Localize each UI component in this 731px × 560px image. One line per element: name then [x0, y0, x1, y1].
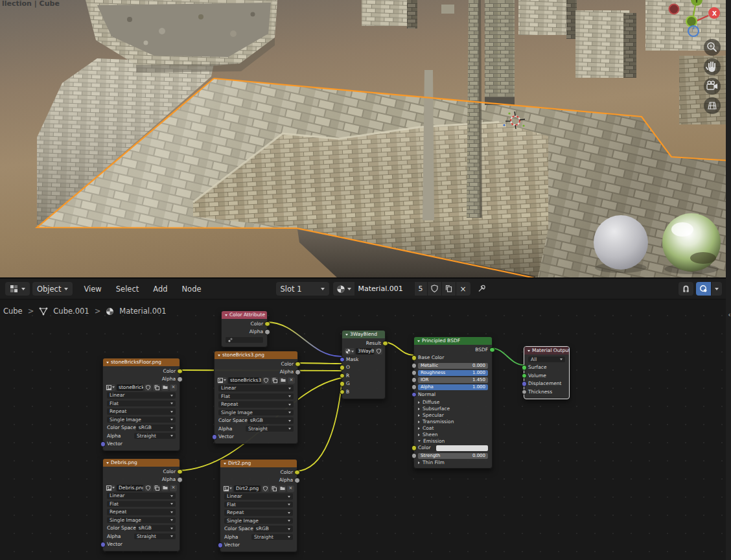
- pan-hand-icon[interactable]: [704, 58, 721, 75]
- colorspace-dropdown[interactable]: sRGB: [253, 526, 293, 532]
- menu-select[interactable]: Select: [109, 285, 146, 294]
- node-image-texture-debris[interactable]: Debris.png Color Alpha Debris.png × Line…: [102, 458, 180, 552]
- shader-type-dropdown[interactable]: Object: [32, 282, 73, 296]
- socket-vector-in[interactable]: [212, 434, 218, 440]
- projection-dropdown[interactable]: Flat: [218, 393, 294, 400]
- menu-node[interactable]: Node: [175, 285, 209, 294]
- ior-slider[interactable]: IOR1.450: [418, 377, 488, 383]
- socket-alpha-out[interactable]: [177, 377, 183, 382]
- socket-emission-strength-in[interactable]: [412, 453, 417, 459]
- socket-alpha-out[interactable]: [295, 369, 301, 375]
- slot-dropdown[interactable]: Slot 1: [276, 282, 329, 296]
- socket-displacement-in[interactable]: [522, 381, 528, 387]
- projection-dropdown[interactable]: Flat: [107, 501, 176, 508]
- socket-alpha-out[interactable]: [294, 478, 300, 484]
- extension-dropdown[interactable]: Repeat: [107, 408, 176, 415]
- panel-diffuse[interactable]: Diffuse: [414, 399, 492, 406]
- socket-color-out[interactable]: [177, 368, 183, 374]
- menu-add[interactable]: Add: [146, 285, 174, 294]
- node-group-icon[interactable]: [345, 348, 354, 355]
- orthographic-grid-icon[interactable]: [704, 97, 721, 114]
- viewport-3d[interactable]: Y X: [0, 0, 731, 279]
- socket-bsdf-out[interactable]: [489, 347, 495, 353]
- source-dropdown[interactable]: Single Image: [107, 517, 176, 524]
- socket-o-in[interactable]: [340, 365, 345, 371]
- unlink-material-button[interactable]: ×: [456, 282, 470, 296]
- socket-vector-in[interactable]: [218, 542, 224, 548]
- snap-toggle-button[interactable]: [679, 282, 693, 296]
- alpha-mode-dropdown[interactable]: Straight: [134, 533, 176, 540]
- node-image-texture-dirt[interactable]: Dirt2.png Color Alpha Dirt2.png × Linear…: [220, 459, 297, 552]
- image-name-field[interactable]: Dirt2.png: [234, 485, 261, 492]
- node-image-texture-bricks[interactable]: stoneBricks3.png Color Alpha stoneBricks…: [214, 351, 298, 444]
- snap-dropdown[interactable]: [712, 282, 722, 296]
- gizmo-axis-z[interactable]: [688, 26, 699, 36]
- open-folder-icon[interactable]: [279, 485, 286, 492]
- fake-user-shield-icon[interactable]: [145, 384, 152, 391]
- projection-dropdown[interactable]: Flat: [224, 502, 293, 508]
- duplicate-icon[interactable]: [153, 485, 160, 491]
- group-name-field[interactable]: 3WayBl...: [356, 348, 374, 355]
- extension-dropdown[interactable]: Repeat: [107, 509, 176, 515]
- socket-ior-in[interactable]: [412, 377, 417, 383]
- socket-normal-in[interactable]: [412, 391, 417, 397]
- alpha-mode-dropdown[interactable]: Straight: [251, 534, 293, 541]
- duplicate-icon[interactable]: [271, 377, 278, 384]
- interpolation-dropdown[interactable]: Linear: [107, 493, 176, 499]
- socket-surface-in[interactable]: [522, 365, 528, 371]
- breadcrumb-material[interactable]: Material.001: [119, 307, 166, 316]
- socket-color-out[interactable]: [177, 469, 183, 474]
- interpolation-dropdown[interactable]: Linear: [218, 385, 294, 391]
- pin-icon[interactable]: [477, 284, 487, 294]
- image-name-field[interactable]: stoneBricksFloo...: [117, 384, 143, 391]
- socket-vector-in[interactable]: [100, 542, 106, 548]
- socket-alpha-out[interactable]: [264, 329, 270, 335]
- image-name-field[interactable]: stoneBricks3.png: [228, 377, 261, 384]
- fake-user-shield-icon[interactable]: [262, 377, 270, 384]
- open-folder-icon[interactable]: [161, 384, 168, 391]
- source-dropdown[interactable]: Single Image: [218, 410, 294, 416]
- breadcrumb-mesh[interactable]: Cube.001: [53, 307, 89, 316]
- unlink-x-icon[interactable]: ×: [288, 377, 295, 384]
- socket-thickness-in[interactable]: [522, 389, 528, 395]
- panel-transmission[interactable]: Transmission: [414, 419, 492, 425]
- socket-vector-in[interactable]: [100, 441, 106, 447]
- sidebar-toggle[interactable]: ‹: [728, 311, 730, 318]
- open-folder-icon[interactable]: [161, 485, 168, 491]
- node-color-attribute[interactable]: Color Attribute Color Alpha: [221, 310, 268, 347]
- duplicate-material-button[interactable]: [442, 282, 456, 296]
- panel-thin-film[interactable]: Thin Film: [414, 460, 492, 466]
- image-icon[interactable]: [106, 384, 115, 391]
- socket-color-out[interactable]: [295, 361, 301, 367]
- duplicate-icon[interactable]: [153, 384, 160, 391]
- menu-view[interactable]: View: [76, 285, 108, 294]
- node-group-3wayblend[interactable]: 3WayBlend Result 3WayBl... Mask O R G B: [342, 330, 386, 399]
- panel-specular[interactable]: Specular: [414, 412, 492, 419]
- duplicate-icon[interactable]: [270, 485, 277, 492]
- projection-dropdown[interactable]: Flat: [107, 401, 176, 407]
- snap-target-button[interactable]: [696, 282, 711, 296]
- material-users-button[interactable]: 5: [415, 282, 427, 296]
- colorspace-dropdown[interactable]: sRGB: [248, 417, 294, 424]
- attribute-name-field[interactable]: [226, 337, 263, 344]
- panel-sheen[interactable]: Sheen: [414, 432, 492, 438]
- interpolation-dropdown[interactable]: Linear: [107, 392, 176, 399]
- socket-roughness-in[interactable]: [412, 370, 417, 376]
- region-edge[interactable]: [726, 0, 731, 560]
- socket-color-out[interactable]: [264, 321, 270, 327]
- emission-color-swatch[interactable]: [436, 445, 488, 451]
- image-icon[interactable]: [223, 485, 233, 492]
- material-name-field[interactable]: Material.001: [354, 282, 414, 296]
- alpha-mode-dropdown[interactable]: Straight: [134, 433, 176, 439]
- camera-view-icon[interactable]: [704, 78, 721, 95]
- socket-alpha-in[interactable]: [412, 384, 417, 390]
- socket-volume-in[interactable]: [522, 373, 528, 379]
- alpha-mode-dropdown[interactable]: Straight: [246, 426, 294, 432]
- emission-strength-slider[interactable]: Strength0.000: [418, 453, 488, 459]
- socket-mask-in[interactable]: [340, 356, 345, 362]
- open-folder-icon[interactable]: [279, 377, 286, 384]
- output-target-dropdown[interactable]: All: [528, 356, 565, 363]
- fake-user-shield-icon[interactable]: [262, 485, 269, 492]
- socket-color-out[interactable]: [294, 469, 300, 475]
- roughness-slider[interactable]: Roughness1.000: [418, 370, 488, 376]
